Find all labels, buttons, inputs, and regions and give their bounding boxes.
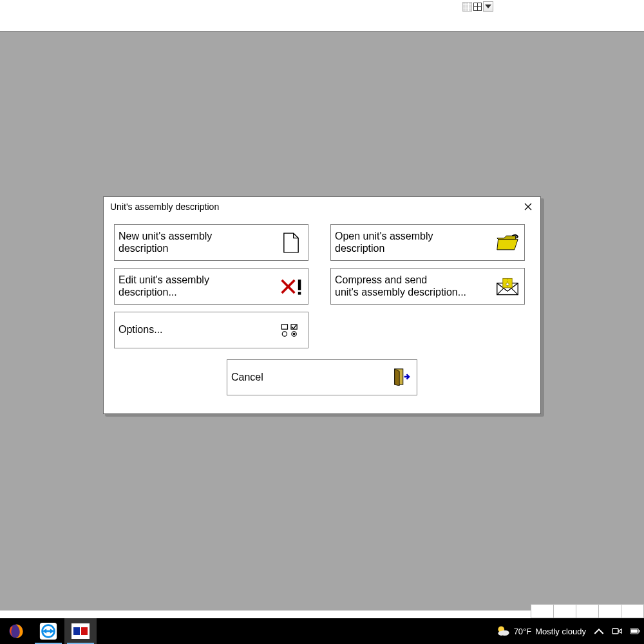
svg-rect-0 <box>298 279 301 290</box>
weather-icon <box>496 624 510 638</box>
edit-assembly-button[interactable]: Edit unit's assembly description... <box>114 268 308 305</box>
weather-widget[interactable]: 70°F Mostly cloudy <box>496 624 586 638</box>
app-toolbar <box>0 0 644 32</box>
tray-overflow-icon[interactable] <box>594 626 604 636</box>
expand-icon[interactable] <box>473 3 482 11</box>
svg-rect-23 <box>639 630 639 632</box>
dialog-titlebar: Unit's assembly description <box>104 197 540 216</box>
open-folder-icon <box>496 231 519 254</box>
status-bar <box>0 611 644 618</box>
dialog-title: Unit's assembly description <box>110 202 219 212</box>
exit-door-icon <box>392 368 412 387</box>
grid-view-icon[interactable] <box>462 2 472 12</box>
taskbar-app[interactable] <box>64 618 97 644</box>
svg-point-7 <box>282 331 287 336</box>
svg-rect-16 <box>73 627 80 635</box>
app-icon <box>71 623 90 639</box>
taskbar-firefox[interactable] <box>0 618 32 644</box>
windows-taskbar: 70°F Mostly cloudy <box>0 618 644 644</box>
svg-rect-17 <box>81 627 88 635</box>
document-canvas: Unit's assembly description New unit's a… <box>0 32 644 618</box>
open-assembly-label: Open unit's assembly description <box>335 231 433 255</box>
assembly-description-dialog: Unit's assembly description New unit's a… <box>103 196 541 414</box>
cancel-label: Cancel <box>231 372 263 383</box>
empty-cell <box>330 312 525 348</box>
zoom-dropdown[interactable] <box>483 1 493 12</box>
system-tray <box>594 626 640 636</box>
new-assembly-button[interactable]: New unit's assembly description <box>114 224 308 261</box>
weather-temp: 70°F <box>514 627 532 636</box>
options-label: Options... <box>118 324 162 336</box>
svg-point-20 <box>498 631 504 636</box>
close-icon <box>524 203 532 211</box>
svg-rect-14 <box>46 630 51 632</box>
options-controls-icon <box>279 319 303 342</box>
edit-assembly-label: Edit unit's assembly description... <box>118 274 209 299</box>
compress-send-button[interactable]: Compress and send unit's assembly descri… <box>330 268 525 305</box>
svg-rect-5 <box>281 324 287 328</box>
cancel-button[interactable]: Cancel <box>227 359 417 395</box>
teamviewer-icon <box>39 621 58 641</box>
new-assembly-label: New unit's assembly description <box>118 231 212 255</box>
svg-rect-24 <box>631 629 638 632</box>
compress-send-label: Compress and send unit's assembly descri… <box>335 274 466 299</box>
svg-point-4 <box>506 283 509 286</box>
edit-warning-icon <box>279 275 303 298</box>
status-panes <box>531 604 644 618</box>
new-document-icon <box>279 231 303 254</box>
close-button[interactable] <box>521 200 535 214</box>
svg-point-9 <box>293 332 296 335</box>
options-button[interactable]: Options... <box>114 312 308 348</box>
svg-rect-1 <box>298 292 301 295</box>
meet-now-icon[interactable] <box>612 626 622 636</box>
open-assembly-button[interactable]: Open unit's assembly description <box>330 224 525 261</box>
firefox-icon <box>8 623 24 639</box>
svg-rect-21 <box>612 629 618 634</box>
envelope-zip-icon <box>496 275 519 298</box>
weather-cond: Mostly cloudy <box>535 627 586 636</box>
taskbar-teamviewer[interactable] <box>32 618 64 644</box>
battery-icon[interactable] <box>630 626 640 636</box>
